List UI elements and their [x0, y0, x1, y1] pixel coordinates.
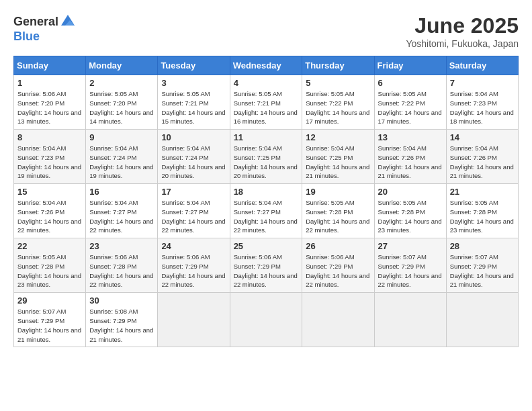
calendar-day: 3Sunrise: 5:05 AMSunset: 7:21 PMDaylight… [158, 75, 230, 130]
calendar-day: 13Sunrise: 5:04 AMSunset: 7:26 PMDayligh… [374, 130, 446, 184]
calendar-day: 20Sunrise: 5:05 AMSunset: 7:28 PMDayligh… [374, 184, 446, 238]
col-wednesday: Wednesday [230, 56, 302, 75]
col-friday: Friday [374, 56, 446, 75]
calendar-day: 14Sunrise: 5:04 AMSunset: 7:26 PMDayligh… [446, 130, 518, 184]
calendar-day: 6Sunrise: 5:05 AMSunset: 7:22 PMDaylight… [374, 75, 446, 130]
calendar-day: 26Sunrise: 5:06 AMSunset: 7:29 PMDayligh… [302, 238, 374, 293]
calendar-day [374, 293, 446, 347]
calendar-table: Sunday Monday Tuesday Wednesday Thursday… [13, 56, 519, 347]
calendar-week-row: 15Sunrise: 5:04 AMSunset: 7:26 PMDayligh… [14, 184, 519, 238]
calendar-day: 17Sunrise: 5:04 AMSunset: 7:27 PMDayligh… [158, 184, 230, 238]
calendar-day: 30Sunrise: 5:08 AMSunset: 7:29 PMDayligh… [86, 293, 158, 347]
page-header: General Blue June 2025 Yoshitomi, Fukuok… [13, 13, 519, 49]
calendar-day: 2Sunrise: 5:05 AMSunset: 7:20 PMDaylight… [86, 75, 158, 130]
calendar-day [158, 293, 230, 347]
calendar-day: 9Sunrise: 5:04 AMSunset: 7:24 PMDaylight… [86, 130, 158, 184]
logo-blue-text: Blue [13, 30, 40, 44]
calendar-day [302, 293, 374, 347]
title-block: June 2025 Yoshitomi, Fukuoka, Japan [406, 13, 519, 49]
calendar-day: 25Sunrise: 5:06 AMSunset: 7:29 PMDayligh… [230, 238, 302, 293]
calendar-week-row: 29Sunrise: 5:07 AMSunset: 7:29 PMDayligh… [14, 293, 519, 347]
calendar-day: 27Sunrise: 5:07 AMSunset: 7:29 PMDayligh… [374, 238, 446, 293]
calendar-subtitle: Yoshitomi, Fukuoka, Japan [406, 38, 519, 49]
calendar-week-row: 8Sunrise: 5:04 AMSunset: 7:23 PMDaylight… [14, 130, 519, 184]
calendar-day: 19Sunrise: 5:05 AMSunset: 7:28 PMDayligh… [302, 184, 374, 238]
calendar-header-row: Sunday Monday Tuesday Wednesday Thursday… [14, 56, 519, 75]
calendar-day: 8Sunrise: 5:04 AMSunset: 7:23 PMDaylight… [14, 130, 86, 184]
calendar-week-row: 22Sunrise: 5:05 AMSunset: 7:28 PMDayligh… [14, 238, 519, 293]
calendar-week-row: 1Sunrise: 5:06 AMSunset: 7:20 PMDaylight… [14, 75, 519, 130]
col-monday: Monday [86, 56, 158, 75]
calendar-day: 29Sunrise: 5:07 AMSunset: 7:29 PMDayligh… [14, 293, 86, 347]
calendar-day: 21Sunrise: 5:05 AMSunset: 7:28 PMDayligh… [446, 184, 518, 238]
calendar-day [446, 293, 518, 347]
col-tuesday: Tuesday [158, 56, 230, 75]
calendar-day: 1Sunrise: 5:06 AMSunset: 7:20 PMDaylight… [14, 75, 86, 130]
logo-general-text: General [13, 15, 58, 29]
calendar-day: 5Sunrise: 5:05 AMSunset: 7:22 PMDaylight… [302, 75, 374, 130]
calendar-day: 24Sunrise: 5:06 AMSunset: 7:29 PMDayligh… [158, 238, 230, 293]
calendar-day: 16Sunrise: 5:04 AMSunset: 7:27 PMDayligh… [86, 184, 158, 238]
calendar-day: 10Sunrise: 5:04 AMSunset: 7:24 PMDayligh… [158, 130, 230, 184]
calendar-day: 22Sunrise: 5:05 AMSunset: 7:28 PMDayligh… [14, 238, 86, 293]
calendar-day [230, 293, 302, 347]
calendar-day: 18Sunrise: 5:04 AMSunset: 7:27 PMDayligh… [230, 184, 302, 238]
calendar-day: 7Sunrise: 5:04 AMSunset: 7:23 PMDaylight… [446, 75, 518, 130]
calendar-day: 23Sunrise: 5:06 AMSunset: 7:28 PMDayligh… [86, 238, 158, 293]
col-saturday: Saturday [446, 56, 518, 75]
logo: General Blue [13, 13, 76, 44]
calendar-day: 28Sunrise: 5:07 AMSunset: 7:29 PMDayligh… [446, 238, 518, 293]
calendar-day: 11Sunrise: 5:04 AMSunset: 7:25 PMDayligh… [230, 130, 302, 184]
calendar-day: 4Sunrise: 5:05 AMSunset: 7:21 PMDaylight… [230, 75, 302, 130]
col-thursday: Thursday [302, 56, 374, 75]
col-sunday: Sunday [14, 56, 86, 75]
calendar-title: June 2025 [406, 13, 519, 38]
logo-icon [60, 13, 76, 30]
calendar-day: 12Sunrise: 5:04 AMSunset: 7:25 PMDayligh… [302, 130, 374, 184]
calendar-day: 15Sunrise: 5:04 AMSunset: 7:26 PMDayligh… [14, 184, 86, 238]
